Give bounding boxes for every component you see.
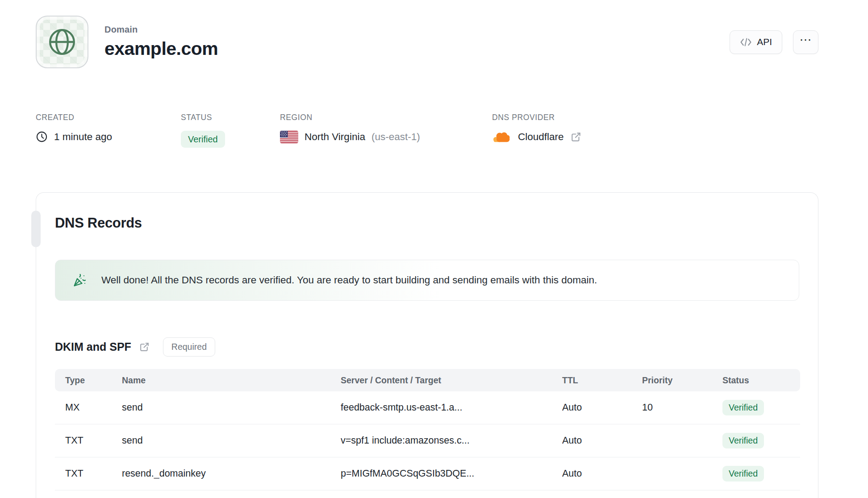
domain-meta-row: CREATED 1 minute ago STATUS Verified REG… (36, 113, 818, 148)
dkim-spf-title: DKIM and SPF (55, 340, 131, 353)
domain-titles: Domain example.com (104, 25, 218, 59)
success-banner-message: Well done! All the DNS records are verif… (101, 274, 597, 286)
domain-avatar (36, 16, 88, 68)
required-badge: Required (163, 337, 215, 357)
record-ttl: Auto (562, 402, 642, 413)
more-options-button[interactable]: ⋯ (793, 30, 818, 54)
dkim-spf-section-head: DKIM and SPF Required (55, 337, 799, 357)
record-content: v=spf1 include:amazonses.c... (341, 435, 562, 446)
col-priority: Priority (642, 375, 722, 386)
code-icon (740, 37, 752, 47)
meta-region: REGION (280, 113, 492, 148)
record-status-badge: Verified (722, 466, 764, 481)
cloudflare-icon (492, 131, 512, 143)
api-button[interactable]: API (730, 30, 782, 54)
created-value: 1 minute ago (54, 131, 112, 143)
status-label: STATUS (181, 113, 280, 122)
record-content: p=MIGfMA0GCSqGSIb3DQE... (341, 468, 562, 479)
record-name: resend._domainkey (122, 468, 341, 479)
globe-icon (47, 27, 77, 57)
header-actions: API ⋯ (730, 30, 818, 54)
record-type: TXT (65, 468, 122, 479)
success-banner: Well done! All the DNS records are verif… (55, 260, 799, 301)
region-label: REGION (280, 113, 492, 122)
dns-records-title: DNS Records (55, 215, 799, 231)
record-type: MX (65, 402, 122, 413)
record-content: feedback-smtp.us-east-1.a... (341, 402, 562, 413)
dns-provider-label: DNS PROVIDER (492, 113, 582, 122)
external-link-icon[interactable] (570, 131, 582, 143)
us-flag-icon (280, 131, 298, 143)
record-priority: 10 (642, 402, 722, 413)
domain-header: Domain example.com API ⋯ (36, 16, 818, 68)
col-ttl: TTL (562, 375, 642, 386)
dns-records-card: DNS Records Well done! All the DNS recor… (36, 192, 818, 498)
meta-dns-provider: DNS PROVIDER Cloudflare (492, 113, 582, 148)
status-badge: Verified (181, 131, 225, 148)
col-type: Type (65, 375, 122, 386)
table-row[interactable]: MX send feedback-smtp.us-east-1.a... Aut… (55, 391, 800, 424)
ellipsis-icon: ⋯ (800, 33, 812, 47)
record-type: TXT (65, 435, 122, 446)
dns-provider-value: Cloudflare (518, 131, 564, 143)
table-header-row: Type Name Server / Content / Target TTL … (55, 369, 800, 391)
dns-records-table: Type Name Server / Content / Target TTL … (55, 369, 800, 490)
created-label: CREATED (36, 113, 181, 122)
table-row[interactable]: TXT resend._domainkey p=MIGfMA0GCSqGSIb3… (55, 457, 800, 490)
region-value: North Virginia (305, 131, 365, 143)
record-status-badge: Verified (722, 433, 764, 448)
domain-detail-page: Domain example.com API ⋯ CREATED (36, 16, 818, 498)
table-row[interactable]: TXT send v=spf1 include:amazonses.c... A… (55, 424, 800, 457)
record-ttl: Auto (562, 468, 642, 479)
clock-icon (36, 131, 48, 143)
page-title: example.com (104, 38, 218, 59)
record-ttl: Auto (562, 435, 642, 446)
api-button-label: API (757, 37, 772, 47)
external-link-icon[interactable] (139, 341, 150, 353)
domain-eyebrow: Domain (104, 25, 218, 35)
col-content: Server / Content / Target (341, 375, 562, 386)
meta-created: CREATED 1 minute ago (36, 113, 181, 148)
meta-status: STATUS Verified (181, 113, 280, 148)
scroll-indicator[interactable] (31, 211, 41, 247)
record-name: send (122, 435, 341, 446)
col-status: Status (722, 375, 800, 386)
record-status-badge: Verified (722, 400, 764, 415)
region-code: (us-east-1) (371, 131, 420, 143)
party-popper-icon (71, 272, 87, 288)
col-name: Name (122, 375, 341, 386)
record-name: send (122, 402, 341, 413)
